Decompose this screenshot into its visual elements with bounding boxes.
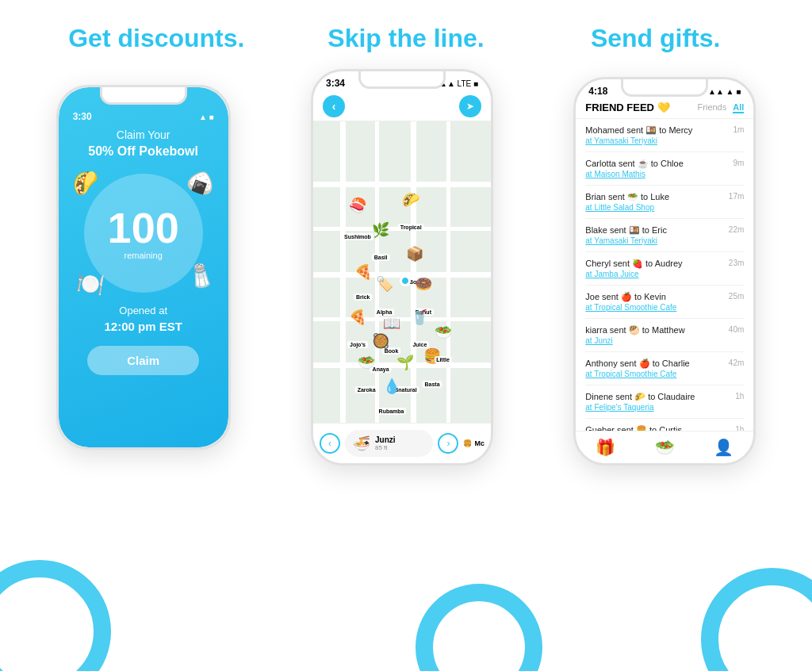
- map-label-basil: Basil: [372, 254, 390, 261]
- feed-item-0-main: Mohamed sent 🍱 to Mercy: [585, 125, 728, 136]
- feed-item-7: Anthony sent 🍎 to Charlie at Tropical Sm…: [585, 352, 744, 385]
- phone2-venue-card[interactable]: 🍜 Junzi 85 ft: [345, 430, 433, 457]
- feed-item-7-main: Anthony sent 🍎 to Charlie: [585, 359, 724, 369]
- headline-gifts: Send gifts.: [530, 24, 780, 53]
- phone2-back-button[interactable]: ‹: [323, 95, 345, 117]
- food-deco-3: 🍽️: [74, 268, 105, 299]
- phone2-venue-info: Junzi 85 ft: [375, 435, 396, 451]
- feed-item-1-sub[interactable]: at Maison Mathis: [585, 170, 728, 178]
- claim-button[interactable]: Claim: [87, 346, 199, 375]
- feed-item-3-sub[interactable]: at Yamasaki Teriyaki: [585, 236, 724, 245]
- feed-item-2-left: Brian sent 🥗 to Luke at Little Salad Sho…: [585, 192, 724, 212]
- feed-item-3-main: Blake sent 🍱 to Eric: [585, 225, 724, 236]
- map-pin-anaya[interactable]: 🥘: [372, 332, 389, 350]
- phone2-venue2-name: Mc: [474, 439, 485, 447]
- phone3-tabbar: 🎁 🥗 👤: [576, 431, 753, 463]
- phone2-venue2-icon: 🍔: [463, 439, 472, 447]
- phone-map: 3:34 ▲▲ LTE ■ ‹ ➤: [311, 69, 493, 466]
- feed-item-5: Joe sent 🍎 to Kevin at Tropical Smoothie…: [585, 286, 744, 319]
- map-pin-book[interactable]: 📖: [383, 315, 400, 332]
- map-pin-basil[interactable]: 🌿: [372, 221, 389, 239]
- map-pin-sushimob[interactable]: 🍣: [349, 197, 366, 214]
- feed-item-1: Carlotta sent ☕ to Chloe at Maison Mathi…: [585, 152, 744, 186]
- feed-item-5-main: Joe sent 🍎 to Kevin: [585, 292, 724, 302]
- phone1-side-btn: [229, 167, 231, 206]
- map-label-brick: Brick: [354, 293, 373, 301]
- tabbar-bowl-icon[interactable]: 🥗: [655, 438, 675, 457]
- phone-feed: 4:18 ▲▲ ▲ ■ FRIEND FEED 💛 Friends All Mo…: [573, 77, 756, 466]
- feed-item-0-time: 1m: [728, 125, 744, 134]
- feed-item-6: kiarra sent 🥙 to Matthew at Junzi 40m: [585, 319, 744, 352]
- phone2-venue-name: Junzi: [375, 435, 396, 444]
- map-pin-jojos[interactable]: 🍕: [349, 309, 366, 326]
- map-label-little: Little: [434, 356, 452, 363]
- feed-tabs: Friends All: [698, 102, 745, 113]
- map-pin-tropical[interactable]: 🌮: [402, 191, 419, 209]
- street-v3: [411, 121, 416, 423]
- feed-item-5-sub[interactable]: at Tropical Smoothie Cafe: [585, 303, 724, 312]
- phone2-map[interactable]: 🍣 Sushimob 🌿 Basil 🍕 Brick 🏷️ Alpha 🌮 Tr…: [313, 121, 491, 423]
- feed-item-2-sub[interactable]: at Little Salad Shop: [585, 203, 724, 212]
- feed-item-7-left: Anthony sent 🍎 to Charlie at Tropical Sm…: [585, 359, 724, 378]
- feed-item-8-sub[interactable]: at Felipe's Taqueria: [585, 403, 730, 412]
- phone1-status-bar: 3:30 ▲ ■: [59, 111, 228, 122]
- street-v4: [446, 121, 450, 423]
- feed-item-6-sub[interactable]: at Junzi: [585, 336, 724, 345]
- feed-item-7-time: 42m: [724, 359, 744, 367]
- feed-item-1-main: Carlotta sent ☕ to Chloe: [585, 159, 728, 169]
- map-pin-rubamba[interactable]: 💧: [383, 378, 400, 395]
- friend-feed-list: Mohamed sent 🍱 to Mercy at Yamasaki Teri…: [576, 119, 753, 431]
- phone2-location-button[interactable]: ➤: [459, 95, 481, 117]
- headline-line: Skip the line.: [282, 24, 531, 53]
- map-pin-juice[interactable]: 🥤: [411, 309, 428, 326]
- map-pin-brick[interactable]: 🍕: [354, 263, 372, 281]
- tab-all[interactable]: All: [733, 102, 744, 113]
- map-pin-zaroka[interactable]: 🥗: [358, 354, 375, 371]
- feed-item-0-sub[interactable]: at Yamasaki Teriyaki: [585, 136, 728, 145]
- feed-item-5-time: 25m: [724, 292, 744, 301]
- phone2-venue2: 🍔 Mc: [463, 439, 485, 447]
- phone3-screen: 4:18 ▲▲ ▲ ■ FRIEND FEED 💛 Friends All Mo…: [576, 79, 753, 463]
- feed-item-5-left: Joe sent 🍎 to Kevin at Tropical Smoothie…: [585, 292, 724, 312]
- feed-item-9-time: 1h: [730, 425, 744, 431]
- street-v1: [340, 121, 346, 423]
- food-deco-4: 🧂: [185, 260, 216, 291]
- phone2-venue-icon: 🍜: [353, 435, 370, 452]
- phone1-circle-area: 🌮 🍙 100 remaining 🍽️ 🧂: [80, 170, 207, 297]
- feed-item-0: Mohamed sent 🍱 to Mercy at Yamasaki Teri…: [585, 119, 744, 152]
- map-pin-bnatural[interactable]: 🌱: [396, 354, 414, 371]
- feed-item-3: Blake sent 🍱 to Eric at Yamasaki Teriyak…: [585, 219, 744, 252]
- feed-item-4-sub[interactable]: at Jamba Juice: [585, 270, 724, 278]
- phone2-screen: 3:34 ▲▲ LTE ■ ‹ ➤: [313, 71, 491, 463]
- feed-item-8-main: Dinene sent 🌮 to Claudaire: [585, 392, 730, 402]
- feed-item-7-sub[interactable]: at Tropical Smoothie Cafe: [585, 370, 724, 378]
- feed-item-1-left: Carlotta sent ☕ to Chloe at Maison Mathi…: [585, 159, 728, 178]
- tab-friends[interactable]: Friends: [698, 102, 727, 113]
- phone2-navigation: ‹ ➤: [313, 92, 491, 121]
- phone1-opened-time: 12:00 pm EST: [104, 320, 182, 333]
- map-pin-little[interactable]: 🥗: [435, 324, 452, 341]
- phone2-venue-dist: 85 ft: [375, 444, 396, 451]
- map-label-sushimob: Sushimob: [342, 233, 373, 240]
- map-label-basta: Basta: [423, 381, 442, 388]
- map-pin-box[interactable]: 📦: [406, 245, 423, 263]
- phone3-header: FRIEND FEED 💛 Friends All: [576, 98, 753, 119]
- feed-item-8-left: Dinene sent 🌮 to Claudaire at Felipe's T…: [585, 392, 730, 412]
- phone2-notch: [358, 71, 446, 89]
- map-pin-donut[interactable]: 🍩: [415, 275, 432, 293]
- feed-item-6-main: kiarra sent 🥙 to Matthew: [585, 325, 724, 336]
- phone1-opened-label: Opened at: [119, 305, 167, 316]
- phone2-prev-button[interactable]: ‹: [320, 433, 340, 454]
- phone3-notch: [621, 79, 708, 97]
- feed-title: FRIEND FEED 💛: [585, 102, 669, 113]
- tabbar-gifts-icon[interactable]: 🎁: [596, 438, 615, 457]
- feed-item-2-time: 17m: [724, 192, 744, 201]
- tabbar-profile-icon[interactable]: 👤: [714, 438, 733, 457]
- map-pin-alpha[interactable]: 🏷️: [376, 275, 393, 293]
- feed-item-2-main: Brian sent 🥗 to Luke: [585, 192, 724, 202]
- phone1-remaining: remaining: [124, 251, 163, 260]
- phone2-next-button[interactable]: ›: [438, 433, 458, 454]
- feed-item-3-left: Blake sent 🍱 to Eric at Yamasaki Teriyak…: [585, 225, 724, 245]
- phone2-bottom-bar: ‹ 🍜 Junzi 85 ft › 🍔 Mc: [313, 423, 491, 463]
- page-wrapper: Get discounts. Skip the line. Send gifts…: [0, 0, 812, 671]
